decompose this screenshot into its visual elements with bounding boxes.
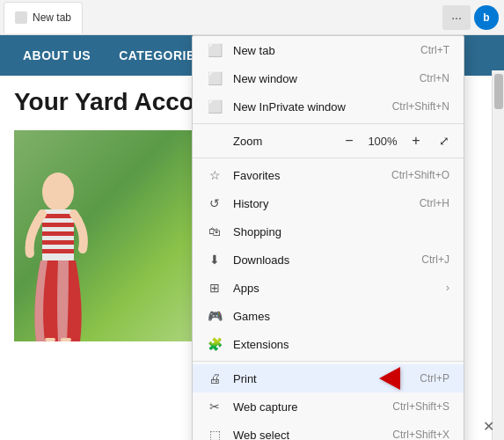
menu-item-extensions[interactable]: 🧩 Extensions	[193, 330, 464, 358]
menu-label-extensions: Extensions	[233, 338, 449, 351]
apps-arrow-icon: ›	[446, 282, 449, 294]
menu-shortcut-print: Ctrl+P	[420, 372, 449, 385]
tab-favicon	[15, 11, 27, 24]
apps-icon: ⊞	[207, 280, 223, 296]
menu-label-new-inprivate: New InPrivate window	[233, 100, 392, 114]
games-icon: 🎮	[207, 308, 223, 324]
new-window-icon: ⬜	[207, 70, 223, 86]
scrollbar-thumb[interactable]	[494, 74, 503, 109]
menu-shortcut-web-select: Ctrl+Shift+X	[392, 429, 449, 440]
web-capture-icon: ✂	[207, 399, 223, 414]
browser-chrome: New tab ··· b	[0, 0, 504, 35]
divider-2	[193, 158, 464, 158]
svg-rect-2	[42, 214, 74, 218]
menu-label-apps: Apps	[233, 282, 439, 295]
menu-shortcut-downloads: Ctrl+J	[421, 253, 449, 266]
menu-shortcut-new-tab: Ctrl+T	[420, 44, 449, 56]
new-inprivate-icon: ⬜	[207, 99, 223, 114]
zoom-row: Zoom − 100% + ⤢	[193, 127, 464, 155]
zoom-value: 100%	[367, 135, 398, 148]
zoom-label: Zoom	[233, 135, 340, 148]
menu-label-downloads: Downloads	[233, 253, 421, 267]
menu-item-print[interactable]: 🖨 Print Ctrl+P	[193, 364, 464, 392]
dropdown-menu: ⬜ New tab Ctrl+T ⬜ New window Ctrl+N ⬜ N…	[192, 35, 464, 440]
bing-icon: b	[483, 11, 489, 24]
svg-rect-6	[42, 249, 74, 253]
menu-item-web-capture[interactable]: ✂ Web capture Ctrl+Shift+S	[193, 392, 464, 421]
svg-rect-5	[42, 240, 74, 245]
svg-point-0	[42, 172, 74, 211]
webpage: ABOUT US CATEGORIES FREE Your Yard Acco	[0, 35, 504, 440]
menu-item-new-inprivate[interactable]: ⬜ New InPrivate window Ctrl+Shift+N	[193, 92, 464, 121]
zoom-controls: − 100% + ⤢	[340, 132, 449, 150]
close-button[interactable]: ✕	[479, 417, 497, 435]
menu-shortcut-history: Ctrl+H	[420, 197, 449, 209]
zoom-plus-button[interactable]: +	[407, 132, 425, 150]
page-scrollbar[interactable]	[492, 70, 504, 440]
print-arrow-icon	[379, 367, 400, 390]
svg-rect-3	[42, 223, 74, 227]
downloads-icon: ⬇	[207, 252, 223, 268]
menu-label-favorites: Favorites	[233, 169, 391, 182]
menu-label-new-tab: New tab	[233, 44, 420, 57]
menu-shortcut-new-window: Ctrl+N	[420, 72, 449, 84]
web-select-icon: ⬚	[207, 427, 223, 440]
tab-label: New tab	[33, 11, 71, 24]
menu-item-games[interactable]: 🎮 Games	[193, 302, 464, 330]
menu-item-favorites[interactable]: ☆ Favorites Ctrl+Shift+O	[193, 161, 464, 189]
menu-shortcut-web-capture: Ctrl+Shift+S	[392, 400, 449, 413]
divider-3	[193, 361, 464, 362]
new-tab-icon: ⬜	[207, 42, 223, 58]
print-icon: 🖨	[207, 370, 223, 386]
browser-actions: ··· b	[442, 5, 504, 30]
tab-bar: New tab	[0, 0, 442, 34]
extensions-icon: 🧩	[207, 336, 223, 352]
divider-1	[193, 123, 464, 124]
menu-label-web-capture: Web capture	[233, 400, 392, 414]
favorites-icon: ☆	[207, 167, 223, 183]
menu-label-shopping: Shopping	[233, 225, 449, 238]
zoom-minus-button[interactable]: −	[340, 132, 358, 150]
menu-item-web-select[interactable]: ⬚ Web select Ctrl+Shift+X	[193, 421, 464, 440]
ellipsis-button[interactable]: ···	[442, 5, 471, 30]
bing-button[interactable]: b	[474, 5, 499, 30]
history-icon: ↺	[207, 195, 223, 211]
svg-rect-4	[42, 231, 74, 236]
shopping-icon: 🛍	[207, 224, 223, 239]
nav-about-us[interactable]: ABOUT US	[9, 48, 105, 62]
menu-label-web-select: Web select	[233, 429, 392, 441]
menu-label-history: History	[233, 197, 420, 210]
svg-rect-7	[45, 338, 55, 341]
menu-shortcut-new-inprivate: Ctrl+Shift+N	[392, 100, 449, 113]
zoom-expand-button[interactable]: ⤢	[439, 134, 449, 148]
menu-item-history[interactable]: ↺ History Ctrl+H	[193, 189, 464, 217]
hero-figure-svg	[23, 165, 93, 341]
active-tab[interactable]: New tab	[4, 2, 83, 33]
svg-rect-8	[61, 338, 71, 341]
menu-label-games: Games	[233, 310, 449, 323]
menu-label-new-window: New window	[233, 72, 420, 85]
menu-shortcut-favorites: Ctrl+Shift+O	[391, 169, 449, 181]
menu-item-new-window[interactable]: ⬜ New window Ctrl+N	[193, 64, 464, 92]
hero-image	[14, 130, 208, 341]
menu-item-apps[interactable]: ⊞ Apps ›	[193, 274, 464, 302]
menu-item-downloads[interactable]: ⬇ Downloads Ctrl+J	[193, 246, 464, 274]
ellipsis-icon: ···	[451, 11, 462, 25]
menu-item-new-tab[interactable]: ⬜ New tab Ctrl+T	[193, 36, 464, 64]
menu-item-shopping[interactable]: 🛍 Shopping	[193, 217, 464, 246]
